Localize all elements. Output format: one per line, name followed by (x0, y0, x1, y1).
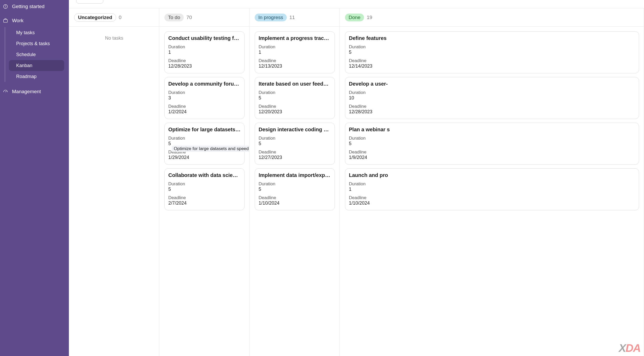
column-body[interactable]: Implement a progress trackin...Duration1… (249, 27, 339, 356)
column-header: In progress11 (249, 8, 339, 27)
kanban-board: Uncategorized0No tasksTo do70Conduct usa… (69, 8, 644, 356)
deadline-label: Deadline (259, 104, 331, 109)
duration-value: 10 (349, 95, 635, 101)
sidebar-item-getting-started[interactable]: Getting started (0, 1, 69, 12)
sidebar-sub-kanban[interactable]: Kanban (9, 60, 64, 71)
deadline-value: 12/27/2023 (259, 155, 331, 160)
task-card[interactable]: Plan a webinar sDuration5Deadline1/9/202… (345, 123, 639, 165)
deadline-value: 1/2/2024 (168, 109, 241, 115)
task-card[interactable]: Conduct usability testing for c...Durati… (164, 31, 245, 73)
task-card[interactable]: Iterate based on user feedback.Duration5… (255, 77, 335, 119)
task-card[interactable]: Launch and proDuration1Deadline1/10/2024 (345, 168, 639, 210)
deadline-label: Deadline (259, 150, 331, 155)
svg-point-2 (5, 5, 6, 6)
deadline-label: Deadline (168, 104, 241, 109)
deadline-label: Deadline (349, 58, 635, 63)
deadline-value: 12/28/2023 (349, 109, 635, 115)
column-uncat: Uncategorized0No tasks (69, 8, 159, 356)
svg-line-4 (5, 91, 6, 92)
sidebar-sub-schedule[interactable]: Schedule (9, 49, 64, 60)
task-card[interactable]: Implement a progress trackin...Duration1… (255, 31, 335, 73)
column-body[interactable]: No tasks (69, 27, 159, 356)
column-body[interactable]: Define featuresDuration5Deadline12/14/20… (340, 27, 644, 356)
duration-value: 5 (259, 141, 331, 146)
card-title: Launch and pro (349, 172, 635, 178)
sidebar-sub-label: Kanban (16, 63, 32, 68)
column-count: 19 (367, 15, 372, 20)
sidebar-work-sublist: My tasksProjects & tasksScheduleKanbanRo… (5, 27, 69, 82)
info-circle-icon (3, 4, 8, 9)
sidebar-sub-label: Schedule (16, 52, 36, 57)
duration-value: 5 (349, 141, 635, 146)
duration-value: 1 (168, 50, 241, 55)
sidebar-sub-roadmap[interactable]: Roadmap (9, 71, 64, 82)
duration-value: 3 (168, 95, 241, 101)
column-header: Done19 (340, 8, 644, 27)
deadline-value: 12/28/2023 (168, 63, 241, 69)
column-status-pill[interactable]: Done (345, 14, 364, 21)
deadline-value: 1/10/2024 (259, 200, 331, 206)
deadline-value: 1/10/2024 (349, 200, 635, 206)
duration-value: 1 (349, 187, 635, 192)
topbar (69, 0, 644, 8)
sidebar-label: Work (12, 18, 23, 23)
sidebar-sub-my-tasks[interactable]: My tasks (9, 27, 64, 38)
deadline-value: 2/7/2024 (168, 200, 241, 206)
column-status-pill[interactable]: In progress (255, 14, 287, 21)
column-header: Uncategorized0 (69, 8, 159, 27)
empty-text: No tasks (105, 35, 123, 41)
column-count: 11 (289, 15, 295, 20)
column-done: Done19Define featuresDuration5Deadline12… (340, 8, 644, 356)
sidebar-sub-label: Roadmap (16, 74, 37, 79)
card-title: Implement data import/export... (259, 172, 331, 178)
column-todo: To do70Conduct usability testing for c..… (159, 8, 249, 356)
sidebar-label: Getting started (12, 4, 45, 9)
deadline-label: Deadline (168, 150, 241, 155)
sidebar-label: Management (12, 89, 41, 94)
task-card[interactable]: Implement data import/export...Duration5… (255, 168, 335, 210)
duration-label: Duration (259, 181, 331, 187)
briefcase-icon (3, 18, 8, 23)
gauge-icon (3, 89, 8, 94)
task-card[interactable]: Optimize for large datasets an...Duratio… (164, 123, 245, 165)
deadline-label: Deadline (168, 195, 241, 200)
card-title: Develop a user- (349, 81, 635, 87)
sidebar-item-work[interactable]: Work (0, 15, 69, 26)
task-card[interactable]: Define featuresDuration5Deadline12/14/20… (345, 31, 639, 73)
topbar-dropdown[interactable] (76, 0, 103, 4)
deadline-value: 12/20/2023 (259, 109, 331, 115)
card-title: Optimize for large datasets an... (168, 127, 241, 133)
duration-label: Duration (259, 136, 331, 141)
column-status-pill[interactable]: To do (164, 14, 184, 21)
task-card[interactable]: Develop a user-Duration10Deadline12/28/2… (345, 77, 639, 119)
column-inpr: In progress11Implement a progress tracki… (249, 8, 340, 356)
task-card[interactable]: Collaborate with data scientis...Duratio… (164, 168, 245, 210)
duration-label: Duration (349, 90, 635, 95)
duration-value: 5 (168, 141, 241, 146)
main-area: Uncategorized0No tasksTo do70Conduct usa… (69, 0, 644, 356)
duration-label: Duration (349, 136, 635, 141)
task-card[interactable]: Develop a community forum f...Duration3D… (164, 77, 245, 119)
svg-rect-3 (4, 20, 8, 22)
column-body[interactable]: Conduct usability testing for c...Durati… (159, 27, 249, 356)
card-title: Design interactive coding exer... (259, 127, 331, 133)
duration-label: Duration (168, 136, 241, 141)
duration-label: Duration (259, 44, 331, 50)
deadline-value: 12/14/2023 (349, 63, 635, 69)
duration-value: 5 (259, 187, 331, 192)
duration-value: 5 (168, 187, 241, 192)
task-card[interactable]: Design interactive coding exer...Duratio… (255, 123, 335, 165)
column-count: 70 (186, 15, 192, 20)
sidebar-sub-projects-tasks[interactable]: Projects & tasks (9, 38, 64, 49)
duration-label: Duration (168, 44, 241, 50)
deadline-label: Deadline (349, 195, 635, 200)
duration-value: 5 (349, 50, 635, 55)
column-status-pill[interactable]: Uncategorized (74, 13, 116, 22)
duration-value: 1 (259, 50, 331, 55)
deadline-value: 1/9/2024 (349, 155, 635, 160)
card-title: Define features (349, 35, 635, 41)
duration-label: Duration (349, 181, 635, 187)
card-title: Collaborate with data scientis... (168, 172, 241, 178)
sidebar-item-management[interactable]: Management (0, 86, 69, 97)
sidebar-sub-label: My tasks (16, 30, 35, 35)
